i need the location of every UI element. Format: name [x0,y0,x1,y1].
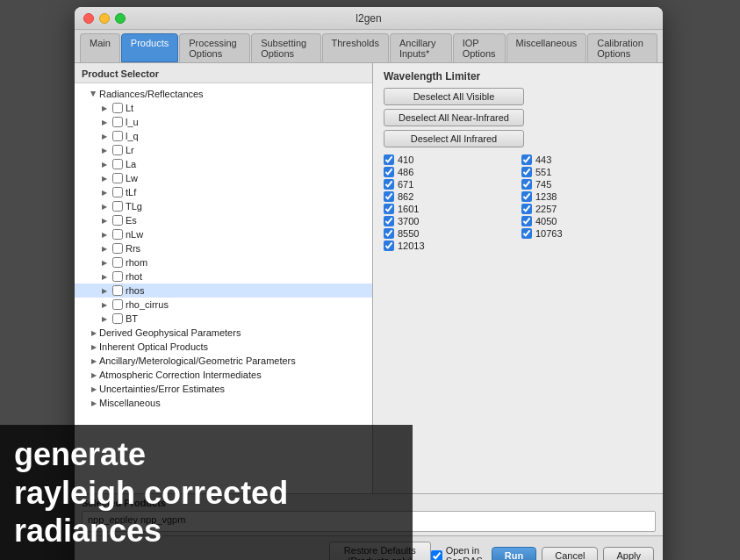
tree-checkbox-lu[interactable] [112,117,123,127]
wl-checkbox-486[interactable] [384,167,394,177]
tree-checkbox-rrs[interactable] [112,243,123,254]
deselect-near-ir-button[interactable]: Deselect All Near-Infrared [384,109,524,126]
tree-misc-group[interactable]: ▶ Miscellaneous [75,396,372,410]
open-seadas-checkbox[interactable] [431,550,442,561]
apply-button[interactable]: Apply [603,547,654,560]
tree-label-atmospheric: Atmospheric Correction Intermediates [99,370,262,380]
tree-ancillary-group[interactable]: ▶ Ancillary/Meterological/Geometric Para… [75,354,372,368]
tab-main[interactable]: Main [80,33,120,62]
wl-item-2257[interactable]: 2257 [521,204,652,214]
wl-checkbox-2257[interactable] [521,204,532,214]
tree-atmospheric-group[interactable]: ▶ Atmospheric Correction Intermediates [75,368,372,382]
wl-item-443[interactable]: 443 [521,154,652,165]
tree-item-tlg[interactable]: ▶ TLg [75,199,372,213]
tree-checkbox-lw[interactable] [112,173,123,183]
tree-item-lq[interactable]: ▶ l_q [75,129,372,143]
tree-item-rhom[interactable]: ▶ rhom [75,255,372,269]
tab-iop-options[interactable]: IOP Options [453,33,506,62]
tree-checkbox-lt[interactable] [112,103,123,113]
tab-ancillary-inputs[interactable]: Ancillary Inputs* [390,33,452,62]
cancel-button[interactable]: Cancel [542,547,598,560]
wl-item-862[interactable]: 862 [384,191,514,202]
tree-checkbox-tlf[interactable] [112,187,123,197]
tree-checkbox-rhot[interactable] [112,271,123,282]
window-title: l2gen [356,12,381,25]
wl-checkbox-10763[interactable] [521,228,532,239]
tree-arrow-radiances: ▶ [89,89,99,99]
close-button[interactable] [83,13,94,24]
tree-item-rhos[interactable]: ▶ rhos [75,284,372,298]
wl-item-486[interactable]: 486 [384,167,514,177]
wl-item-410[interactable]: 410 [384,154,514,165]
tree-checkbox-rho-cirrus[interactable] [112,299,123,310]
tree-checkbox-lr[interactable] [112,145,123,155]
wl-label-862: 862 [398,191,413,202]
tab-products[interactable]: Products [121,33,178,62]
wl-checkbox-8550[interactable] [384,228,394,239]
wl-checkbox-862[interactable] [384,191,394,202]
tree-item-la[interactable]: ▶ La [75,157,372,171]
wl-checkbox-12013[interactable] [384,241,394,251]
tree-item-bt[interactable]: ▶ BT [75,312,372,326]
tree-inherent-group[interactable]: ▶ Inherent Optical Products [75,340,372,354]
wl-checkbox-410[interactable] [384,154,394,165]
tab-miscellaneous[interactable]: Miscellaneous [507,33,587,62]
tree-item-rhot[interactable]: ▶ rhot [75,269,372,284]
tree-checkbox-lq[interactable] [112,131,123,141]
tab-calibration-options[interactable]: Calibration Options [587,33,657,62]
tree-derived-group[interactable]: ▶ Derived Geophysical Parameters [75,326,372,340]
tree-item-lt[interactable]: ▶ Lt [75,101,372,115]
tab-processing-options[interactable]: Processing Options [179,33,250,62]
tree-item-lr[interactable]: ▶ Lr [75,143,372,157]
wl-item-745[interactable]: 745 [521,179,652,190]
tree-checkbox-es[interactable] [112,215,123,226]
wl-item-10763[interactable]: 10763 [521,228,652,239]
wl-checkbox-3700[interactable] [384,216,394,226]
minimize-button[interactable] [99,13,110,24]
wl-checkbox-745[interactable] [521,179,532,190]
wl-item-1238[interactable]: 1238 [521,191,652,202]
wl-item-1601[interactable]: 1601 [384,204,514,214]
wl-checkbox-443[interactable] [521,154,532,165]
wl-checkbox-1238[interactable] [521,191,532,202]
tree-item-nlw[interactable]: ▶ nLw [75,227,372,241]
tab-subsetting-options[interactable]: Subsetting Options [251,33,320,62]
tree-radiances-group[interactable]: ▶ Radiances/Reflectances [75,87,372,101]
tree-checkbox-tlg[interactable] [112,201,123,212]
wl-item-4050[interactable]: 4050 [521,216,652,226]
tree-uncertainties-group[interactable]: ▶ Uncertainties/Error Estimates [75,382,372,396]
wl-item-8550[interactable]: 8550 [384,228,514,239]
deselect-visible-button[interactable]: Deselect All Visible [384,88,524,105]
tree-item-es[interactable]: ▶ Es [75,213,372,227]
wl-checkbox-551[interactable] [521,167,532,177]
wl-item-12013[interactable]: 12013 [384,241,514,251]
wl-label-745: 745 [535,179,551,190]
tree-checkbox-la[interactable] [112,159,123,169]
deselect-infrared-button[interactable]: Deselect All Infrared [384,130,524,147]
run-button[interactable]: Run [492,547,536,560]
wl-checkbox-1601[interactable] [384,204,394,214]
tree-checkbox-rhos[interactable] [112,285,123,296]
tree-item-tlf[interactable]: ▶ tLf [75,185,372,199]
wl-label-10763: 10763 [535,228,563,239]
tree-arrow-atmospheric: ▶ [89,370,99,380]
wl-label-12013: 12013 [398,241,425,251]
wl-item-3700[interactable]: 3700 [384,216,514,226]
tree-item-lu[interactable]: ▶ l_u [75,115,372,129]
product-selector-header: Product Selector [75,63,372,83]
wl-item-671[interactable]: 671 [384,179,514,190]
tree-item-rrs[interactable]: ▶ Rrs [75,241,372,255]
open-seadas-option[interactable]: Open in SeaDAS [431,545,483,560]
maximize-button[interactable] [115,13,126,24]
tree-checkbox-nlw[interactable] [112,229,123,240]
tree-checkbox-rhom[interactable] [112,257,123,268]
tree-arrow-lu: ▶ [99,117,110,127]
tree-item-rho-cirrus[interactable]: ▶ rho_cirrus [75,298,372,312]
tree-item-lw[interactable]: ▶ Lw [75,171,372,185]
wl-item-551[interactable]: 551 [521,167,652,177]
tab-thresholds[interactable]: Thresholds [322,33,389,62]
wl-checkbox-4050[interactable] [521,216,532,226]
tree-checkbox-bt[interactable] [112,313,123,324]
bottom-right: Open in SeaDAS Run Cancel Apply [431,545,654,560]
wl-checkbox-671[interactable] [384,179,394,190]
